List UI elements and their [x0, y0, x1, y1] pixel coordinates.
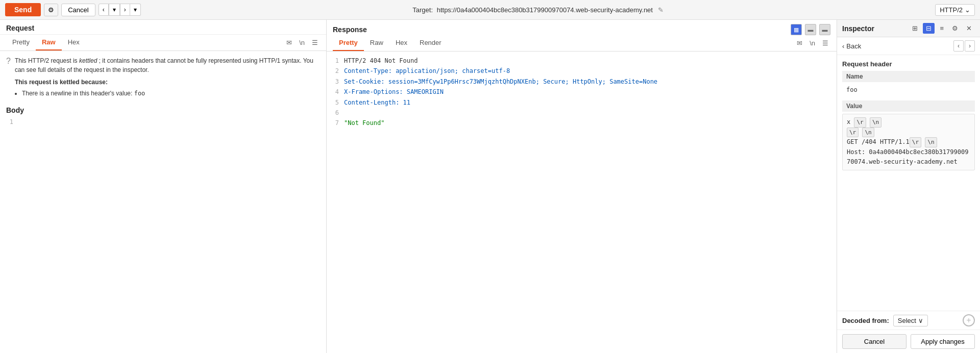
resp-ln-1: 1 [333, 56, 339, 66]
http-version-arrow: ⌄ [965, 6, 970, 14]
request-panel: Request Pretty Raw Hex ✉ \n ☰ ? This HTT… [0, 20, 327, 353]
value-line-1: x \r \n [847, 117, 970, 128]
main-content: Request Pretty Raw Hex ✉ \n ☰ ? This HTT… [0, 20, 980, 353]
inspector-grid-icon[interactable]: ⊞ [909, 23, 921, 34]
inspector-prev-button[interactable]: ‹ [953, 40, 964, 52]
resp-line-2: 2 Content-Type: application/json; charse… [333, 66, 830, 76]
inspector-next-button[interactable]: › [965, 40, 975, 52]
decoded-select-arrow: ∨ [918, 317, 923, 324]
send-button[interactable]: Send [5, 3, 41, 16]
decoded-select[interactable]: Select ∨ [893, 315, 928, 326]
inspector-header-icons: ⊞ ⊟ ≡ ⚙ ✕ [909, 23, 975, 34]
next-button[interactable]: › [120, 4, 130, 16]
resp-line-7: 7 "Not Found" [333, 118, 830, 128]
body-label: Body [0, 103, 326, 116]
resp-menu-icon[interactable]: ☰ [820, 38, 830, 48]
resp-ln-4: 4 [333, 87, 339, 97]
prev-button[interactable]: ‹ [99, 4, 109, 16]
back-arrow-icon: ‹ [842, 42, 844, 50]
resp-ln-3: 3 [333, 77, 339, 87]
newline-icon[interactable]: \n [297, 38, 307, 47]
warning-icon: ? [6, 57, 11, 98]
kbd-n1: \n [870, 117, 881, 128]
edit-icon[interactable]: ✎ [658, 6, 664, 14]
target-prefix: Target: [412, 6, 433, 14]
resp-line-6: 6 [333, 108, 830, 118]
inspector-name-label: Name [842, 71, 975, 82]
tab-pretty[interactable]: Pretty [6, 35, 36, 51]
view-icon-bar2[interactable]: ▬ [819, 24, 830, 35]
request-tabs-row: Pretty Raw Hex ✉ \n ☰ [0, 35, 326, 51]
cancel-top-button[interactable]: Cancel [61, 4, 95, 16]
resp-line-1: 1 HTTP/2 404 Not Found [333, 56, 830, 66]
inspector-section-title: Request header [842, 60, 975, 68]
value-line-4: Host: 0a4a000404bc8ec380b3179900970074.w… [847, 147, 970, 167]
resp-content-3: Set-Cookie: session=3MfCyw1Pp6Hrsc73WMjq… [344, 77, 657, 87]
view-icon-bar1[interactable]: ▬ [805, 24, 816, 35]
response-header-row: Response ▦ ▬ ▬ [327, 20, 837, 35]
resp-message-icon[interactable]: ✉ [795, 38, 804, 48]
response-tab-actions: ✉ \n ☰ [795, 38, 830, 48]
kbd-n2: \n [862, 128, 874, 138]
decoded-from-row: Decoded from: Select ∨ + [837, 311, 980, 330]
inspector-close-icon[interactable]: ✕ [963, 23, 975, 34]
resp-line-5: 5 Content-Length: 11 [333, 97, 830, 108]
decoded-select-label: Select [898, 317, 916, 324]
resp-content-1: HTTP/2 404 Not Found [344, 56, 418, 66]
inspector-back-button[interactable]: ‹ Back [842, 42, 861, 50]
value-line-3: GET /404 HTTP/1.1\r \n [847, 137, 970, 147]
decoded-add-button[interactable]: + [963, 314, 975, 326]
next-dropdown-button[interactable]: ▾ [130, 4, 141, 16]
inspector-apply-button[interactable]: Apply changes [911, 334, 975, 349]
request-title: Request [6, 24, 34, 32]
response-title: Response [333, 26, 367, 34]
inspector-split-icon[interactable]: ⊟ [923, 23, 935, 34]
request-panel-header: Request [0, 20, 326, 35]
inspector-footer: Cancel Apply changes [837, 330, 980, 353]
resp-ln-7: 7 [333, 118, 339, 128]
inspector-settings-icon[interactable]: ⚙ [949, 23, 961, 34]
response-panel: Response ▦ ▬ ▬ Pretty Raw Hex Render ✉ \… [327, 20, 837, 353]
response-view-icons: ▦ ▬ ▬ [791, 24, 830, 35]
resp-tab-render[interactable]: Render [413, 35, 448, 51]
inspector-cancel-button[interactable]: Cancel [842, 334, 906, 349]
top-bar: Send ⚙ Cancel ‹ ▾ › ▾ Target: https://0a… [0, 0, 980, 20]
request-tab-actions: ✉ \n ☰ [284, 38, 320, 47]
nav-group: ‹ ▾ › ▾ [99, 4, 141, 16]
resp-ln-5: 5 [333, 97, 339, 108]
kbd-r3: \r [910, 137, 921, 147]
resp-tab-raw[interactable]: Raw [364, 35, 389, 51]
resp-content-5: Content-Length: 11 [344, 97, 410, 108]
resp-tab-hex[interactable]: Hex [389, 35, 413, 51]
kbd-r1: \r [854, 117, 866, 128]
warning-box: ? This HTTP/2 request is kettled ; it co… [6, 56, 320, 98]
menu-icon[interactable]: ☰ [310, 38, 320, 47]
inspector-list-icon[interactable]: ≡ [937, 23, 947, 34]
warning-text: This HTTP/2 request is kettled ; it cont… [15, 56, 320, 98]
resp-line-4: 4 X-Frame-Options: SAMEORIGIN [333, 87, 830, 97]
decoded-label: Decoded from: [842, 317, 889, 324]
inspector-panel: Inspector ⊞ ⊟ ≡ ⚙ ✕ ‹ Back ‹ › Request h… [837, 20, 980, 353]
request-body-area[interactable]: 1 [0, 116, 326, 353]
tab-raw[interactable]: Raw [36, 35, 62, 51]
back-label: Back [846, 42, 861, 50]
warning-list: There is a newline in this header's valu… [15, 89, 320, 98]
prev-dropdown-button[interactable]: ▾ [109, 4, 120, 16]
http-version-label: HTTP/2 [940, 6, 963, 14]
settings-button[interactable]: ⚙ [44, 4, 58, 16]
tab-hex[interactable]: Hex [62, 35, 86, 51]
message-icon[interactable]: ✉ [284, 38, 294, 47]
inspector-value-box[interactable]: x \r \n \r \n GET /404 HTTP/1.1\r \n Hos… [842, 114, 975, 170]
http-version-selector[interactable]: HTTP/2 ⌄ [935, 4, 975, 16]
warning-item: There is a newline in this header's valu… [22, 89, 320, 98]
inspector-nav: ‹ Back ‹ › [837, 37, 980, 55]
resp-tab-pretty[interactable]: Pretty [333, 35, 364, 51]
resp-newline-icon[interactable]: \n [807, 38, 817, 48]
body-line-1: 1 [6, 118, 320, 125]
response-code-area[interactable]: 1 HTTP/2 404 Not Found 2 Content-Type: a… [327, 52, 837, 353]
resp-content-2: Content-Type: application/json; charset=… [344, 66, 510, 76]
resp-line-3: 3 Set-Cookie: session=3MfCyw1Pp6Hrsc73WM… [333, 77, 830, 87]
view-icon-grid[interactable]: ▦ [791, 24, 802, 35]
warning-bold: This request is kettled because: [15, 78, 320, 87]
target-url: https://0a4a000404bc8ec380b3179900970074… [437, 6, 653, 14]
